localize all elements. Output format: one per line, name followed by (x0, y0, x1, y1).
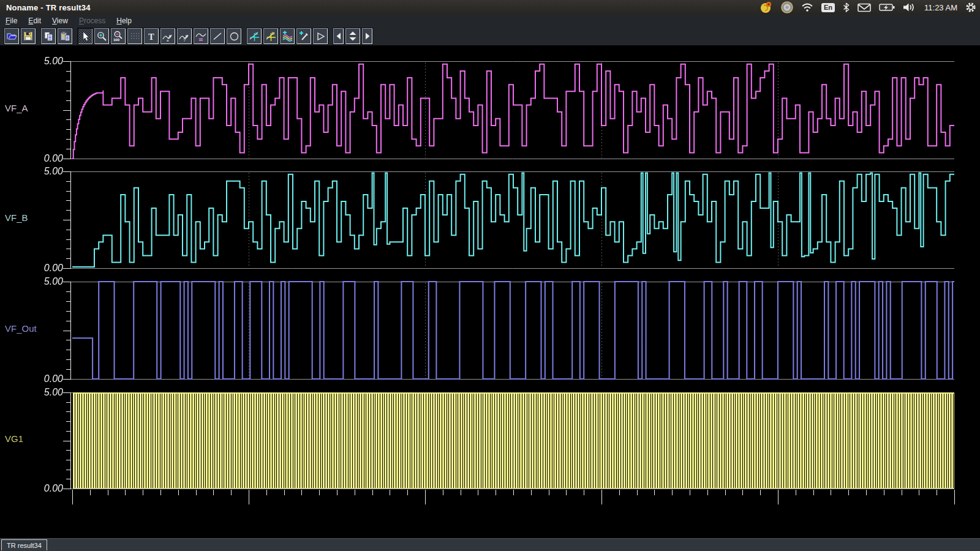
copy-button[interactable] (40, 28, 56, 45)
mail-icon[interactable] (858, 1, 871, 13)
wifi-icon[interactable] (801, 1, 813, 13)
svg-text:100: 100 (113, 38, 120, 42)
line-tool-button[interactable] (209, 28, 225, 45)
menu-file[interactable]: File (0, 15, 23, 26)
trace-label-vg1: VG1 (5, 433, 23, 443)
zoom-in-button[interactable] (94, 28, 110, 45)
app-yellow-icon[interactable] (760, 1, 773, 13)
text-tool-button[interactable]: T (143, 28, 159, 45)
y-tick-label: 0.00 (24, 263, 63, 274)
grid-button[interactable] (127, 28, 143, 45)
menu-view[interactable]: View (47, 15, 74, 26)
system-tray: En (760, 0, 976, 15)
battery-icon[interactable] (879, 1, 895, 13)
y-tick-label: 0.00 (24, 153, 63, 164)
y-tick-label: 0.00 (24, 373, 63, 384)
nav-left-button[interactable] (333, 28, 344, 45)
trace-label-vf_out: VF_Out (5, 323, 37, 333)
result-tab[interactable]: TR result34 (1, 539, 47, 550)
svg-text:a: a (255, 31, 258, 36)
y-tick-label: 5.00 (24, 166, 63, 177)
nav-right-button[interactable] (361, 28, 373, 45)
probe-plus-button[interactable] (296, 28, 312, 45)
plot-area: VF_A5.000.00VF_B5.000.00VF_Out5.000.00VG… (0, 45, 980, 538)
app-silver-icon[interactable] (781, 1, 793, 13)
curve-query-button[interactable]: ? (176, 28, 192, 45)
zoom-out-100-button[interactable]: 100 (110, 28, 126, 45)
curve-arrow-button[interactable]: a (160, 28, 176, 45)
trace-label-vf_b: VF_B (5, 212, 28, 223)
select-cursor-button[interactable] (77, 28, 93, 45)
title-bar[interactable]: Noname - TR result34 En (0, 0, 980, 15)
tray-clock[interactable]: 11:23 AM (924, 3, 957, 12)
svg-text:b: b (271, 31, 274, 36)
bluetooth-icon[interactable] (843, 1, 850, 13)
curve-equals-button[interactable] (193, 28, 209, 45)
y-tick-label: 5.00 (24, 56, 63, 67)
ellipse-tool-button[interactable] (226, 28, 242, 45)
app-window: Noname - TR result34 En (0, 0, 980, 551)
svg-text:?: ? (183, 37, 186, 42)
keyboard-layout-indicator[interactable]: En (821, 3, 835, 12)
play-button[interactable] (312, 28, 328, 45)
add-curves-button[interactable] (279, 28, 295, 45)
session-gear-icon[interactable] (965, 1, 976, 13)
cursor-b-button[interactable]: b (263, 28, 279, 45)
open-button[interactable] (4, 28, 20, 45)
paste-button[interactable] (57, 28, 73, 45)
menu-bar: FileEditViewProcessHelp (0, 15, 980, 28)
save-button[interactable] (20, 28, 36, 45)
waveform-plot-canvas[interactable] (0, 45, 980, 538)
cursor-a-button[interactable]: a (246, 28, 262, 45)
volume-icon[interactable] (903, 1, 916, 13)
menu-process: Process (74, 15, 111, 26)
trace-label-vf_a: VF_A (5, 102, 28, 113)
y-tick-label: 0.00 (24, 483, 63, 494)
toolbar: 100 T a (0, 27, 980, 46)
nav-spin-button[interactable] (345, 28, 361, 45)
y-tick-label: 5.00 (24, 387, 63, 398)
y-tick-label: 5.00 (24, 276, 63, 287)
menu-edit[interactable]: Edit (23, 15, 47, 26)
window-title: Noname - TR result34 (6, 3, 91, 12)
menu-help[interactable]: Help (111, 15, 137, 26)
status-bar: TR result34 (0, 538, 980, 551)
svg-text:T: T (148, 32, 154, 41)
